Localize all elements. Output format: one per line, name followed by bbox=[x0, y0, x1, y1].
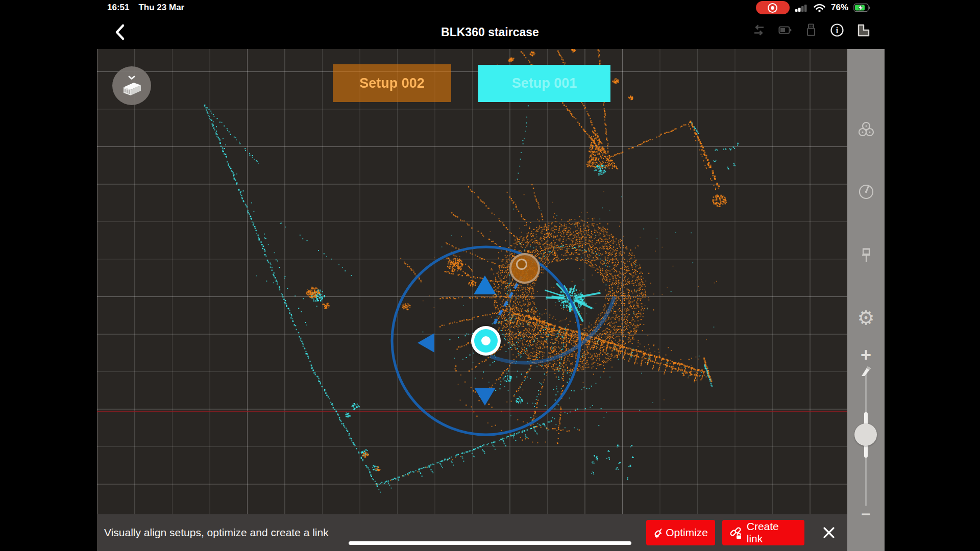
close-icon bbox=[822, 525, 836, 540]
setup-002-text: Setup 002 bbox=[359, 76, 425, 91]
sync-icon bbox=[751, 22, 767, 38]
tool-sidebar: ⚙ + − bbox=[847, 49, 885, 551]
view-mode-button[interactable] bbox=[112, 66, 151, 105]
device-battery-icon bbox=[777, 22, 793, 38]
pointcloud-canvas[interactable] bbox=[97, 49, 847, 514]
info-button[interactable]: i bbox=[829, 22, 845, 38]
registration-bundle-icon bbox=[856, 120, 876, 139]
wifi-icon bbox=[813, 3, 826, 12]
rotate-left-handle[interactable] bbox=[418, 333, 434, 353]
zoom-out-button[interactable]: − bbox=[847, 506, 885, 522]
floorplan-icon bbox=[855, 22, 871, 38]
target-marker[interactable] bbox=[509, 253, 540, 284]
target-marker-inner bbox=[516, 259, 527, 270]
close-button[interactable] bbox=[821, 525, 837, 540]
setup-001-label[interactable]: Setup 001 bbox=[478, 65, 610, 102]
move-handle[interactable] bbox=[471, 326, 501, 356]
rotate-down-handle[interactable] bbox=[474, 388, 496, 406]
scan-clock-icon bbox=[857, 183, 875, 201]
clock-time: 16:51 bbox=[107, 3, 129, 13]
optimize-link-icon bbox=[653, 526, 662, 539]
usb-storage-icon bbox=[803, 22, 819, 38]
screen-recording-indicator[interactable] bbox=[756, 1, 790, 14]
zoom-slider-knob[interactable] bbox=[854, 423, 877, 446]
bottom-action-bar: Visually align setups, optimize and crea… bbox=[97, 514, 847, 551]
svg-text:i: i bbox=[836, 26, 839, 35]
minus-icon: − bbox=[861, 506, 871, 522]
optimize-button[interactable]: Optimize bbox=[646, 520, 715, 545]
battery-icon bbox=[853, 3, 872, 12]
registration-bundle-button[interactable] bbox=[847, 120, 885, 139]
create-link-icon bbox=[729, 526, 743, 539]
create-link-button[interactable]: Create link bbox=[722, 520, 804, 545]
hint-message: Visually align setups, optimize and crea… bbox=[104, 514, 329, 551]
setup-001-text: Setup 001 bbox=[512, 76, 577, 91]
screen: 16:51 Thu 23 Mar 76% bbox=[0, 0, 980, 551]
gear-icon: ⚙ bbox=[857, 308, 874, 328]
home-indicator[interactable] bbox=[349, 541, 631, 545]
record-icon bbox=[768, 3, 777, 13]
floorplan-view-button[interactable] bbox=[855, 22, 871, 38]
settings-button[interactable]: ⚙ bbox=[847, 308, 885, 328]
setup-002-label[interactable]: Setup 002 bbox=[333, 64, 451, 102]
map-viewport[interactable]: Setup 002 Setup 001 bbox=[97, 49, 847, 514]
usb-storage-button[interactable] bbox=[803, 22, 819, 38]
cellular-signal-icon bbox=[795, 3, 808, 12]
plus-icon: + bbox=[861, 346, 871, 364]
rotate-up-handle[interactable] bbox=[474, 276, 496, 294]
pin-button[interactable] bbox=[847, 246, 885, 266]
info-icon: i bbox=[829, 22, 845, 38]
nav-bar: BLK360 staircase bbox=[0, 15, 980, 49]
device-battery-button[interactable] bbox=[777, 22, 793, 38]
pin-icon bbox=[857, 246, 875, 266]
zoom-in-button[interactable]: + bbox=[847, 346, 885, 364]
clock-date: Thu 23 Mar bbox=[138, 3, 184, 13]
scan-clock-button[interactable] bbox=[847, 183, 885, 201]
3d-box-icon bbox=[116, 70, 147, 101]
status-bar: 16:51 Thu 23 Mar 76% bbox=[0, 0, 980, 15]
create-link-label: Create link bbox=[747, 520, 797, 545]
sync-button[interactable] bbox=[751, 22, 767, 38]
optimize-label: Optimize bbox=[666, 527, 708, 539]
battery-percent: 76% bbox=[831, 3, 848, 13]
